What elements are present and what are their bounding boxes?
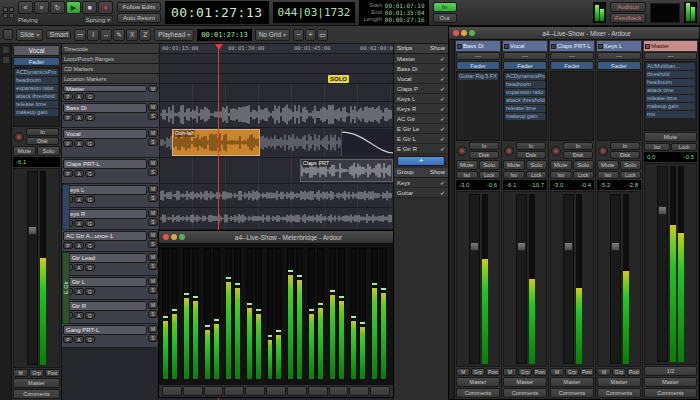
track-header[interactable]: E Gtr R P A G M S bbox=[62, 300, 160, 323]
disk-monitor-button[interactable]: Disk bbox=[563, 151, 593, 159]
processor-entry[interactable]: expansion ratio bbox=[15, 85, 58, 92]
processor-entry[interactable]: ACDynamicsPro bbox=[505, 73, 545, 80]
meter-track-button[interactable] bbox=[287, 386, 307, 396]
visible-checkbox[interactable]: ✓ bbox=[440, 135, 445, 142]
processor-box[interactable]: Guitar Rig 5 FX bbox=[456, 71, 500, 141]
goto-end-button[interactable]: » bbox=[34, 1, 49, 14]
window-controls[interactable] bbox=[163, 234, 185, 240]
visible-checkbox[interactable]: ✓ bbox=[440, 115, 445, 122]
track-name-button[interactable]: Keys L bbox=[63, 185, 147, 195]
input-button[interactable]: — bbox=[456, 52, 500, 60]
output-button[interactable]: Master bbox=[13, 378, 60, 388]
solo-iso-button[interactable]: Iso bbox=[503, 171, 525, 179]
post-button[interactable]: Post bbox=[45, 369, 60, 377]
gain-display[interactable]: -6.1 bbox=[13, 157, 60, 167]
mixer-titlebar[interactable]: a4--Live-Show - Mixer - Ardour bbox=[449, 27, 699, 40]
disk-monitor-button[interactable]: Disk bbox=[610, 151, 640, 159]
processor-entry[interactable]: release time bbox=[505, 105, 545, 112]
zoom-window-icon[interactable] bbox=[179, 234, 185, 240]
meter-track-button[interactable] bbox=[224, 386, 244, 396]
main-clock[interactable]: 00:01:27:13 bbox=[165, 1, 269, 24]
add-strip-button[interactable]: + bbox=[397, 156, 445, 166]
solo-lock-button[interactable]: Lock bbox=[479, 171, 501, 179]
fader-handle[interactable] bbox=[611, 242, 620, 251]
comments-button[interactable]: Comments bbox=[503, 388, 547, 398]
edit-mode-select[interactable]: Slide bbox=[16, 29, 43, 41]
fader-processor-button[interactable]: Fader bbox=[503, 61, 547, 70]
mouse-mode-icon[interactable]: ✎ bbox=[113, 29, 125, 41]
track-name-button[interactable]: Keys R bbox=[63, 209, 147, 219]
mute-button[interactable]: Mute bbox=[13, 146, 36, 156]
visible-checkbox[interactable]: ✓ bbox=[440, 179, 445, 186]
input-monitor-button[interactable]: In bbox=[610, 142, 640, 150]
solo-iso-button[interactable]: Iso bbox=[644, 143, 670, 151]
track-solo-button[interactable]: S bbox=[148, 194, 158, 202]
track-name-button[interactable]: Master bbox=[63, 85, 147, 92]
track-name-button[interactable]: AC Gtr A...unce-1 bbox=[63, 231, 147, 241]
track-solo-button[interactable]: S bbox=[148, 262, 158, 270]
visible-checkbox[interactable]: ✓ bbox=[440, 105, 445, 112]
punch-end-clock[interactable]: 00:01:35:04 bbox=[385, 9, 425, 16]
meterbridge-titlebar[interactable]: a4--Live-Show - Meterbridge - Ardour bbox=[159, 231, 393, 244]
comments-button[interactable]: Comments bbox=[456, 388, 500, 398]
processor-entry[interactable]: makeup gain bbox=[646, 103, 695, 110]
strip-list-item[interactable]: Bass Di ✓ bbox=[394, 64, 448, 74]
gain-display[interactable]: -6.1 -10.7 bbox=[503, 180, 547, 190]
strip-name-button[interactable]: Vocal bbox=[503, 41, 547, 51]
strip-list-item[interactable]: Vocal ✓ bbox=[394, 74, 448, 84]
group-button[interactable]: G bbox=[85, 264, 95, 271]
visible-checkbox[interactable]: ✓ bbox=[440, 65, 445, 72]
fader-processor-button[interactable]: Fader bbox=[13, 57, 60, 66]
processor-box[interactable] bbox=[597, 71, 641, 141]
track-header[interactable]: Gang PRT-L P A G M S bbox=[62, 324, 160, 347]
strip-name-button[interactable]: Claps PRT-L bbox=[550, 41, 594, 51]
disk-monitor-button[interactable]: Disk bbox=[26, 137, 59, 145]
grab-mode-select[interactable]: Sprung bbox=[83, 15, 113, 24]
zoom-out-button[interactable]: − bbox=[293, 29, 304, 41]
automation-button[interactable]: A bbox=[74, 196, 84, 203]
track-name-button[interactable]: E Gtr R bbox=[63, 301, 147, 311]
mute-button[interactable]: Mute bbox=[456, 160, 478, 170]
play-button[interactable]: ▶ bbox=[66, 1, 81, 14]
group-button[interactable]: Grp bbox=[612, 368, 626, 376]
input-monitor-button[interactable]: In bbox=[469, 142, 499, 150]
automation-button[interactable]: A bbox=[74, 312, 84, 319]
mouse-mode-icon[interactable]: ▭ bbox=[74, 29, 86, 41]
record-enable-button[interactable] bbox=[598, 146, 608, 156]
solo-button[interactable]: Solo bbox=[526, 160, 548, 170]
track-name-button[interactable]: Gang PRT-L bbox=[63, 325, 147, 335]
feedback-button[interactable]: Feedback bbox=[610, 13, 646, 23]
input-button[interactable]: — bbox=[597, 52, 641, 60]
track-mute-button[interactable]: M bbox=[148, 103, 158, 111]
track-header[interactable]: Bass Di P A G M S bbox=[62, 102, 160, 127]
strip-list-item[interactable]: E Gtr Le ✓ bbox=[394, 124, 448, 134]
mouse-mode-icon[interactable]: Z bbox=[139, 29, 151, 41]
meter-track-button[interactable] bbox=[370, 386, 390, 396]
stop-button[interactable]: ■ bbox=[82, 1, 97, 14]
input-button[interactable]: — bbox=[550, 52, 594, 60]
fader-processor-button[interactable]: Fader bbox=[597, 61, 641, 70]
post-button[interactable]: Post bbox=[533, 368, 547, 376]
group-button[interactable]: Grp bbox=[518, 368, 532, 376]
playhead-select[interactable]: Playhead bbox=[154, 29, 194, 41]
record-enable-button[interactable] bbox=[551, 146, 561, 156]
playlist-button[interactable]: P bbox=[63, 242, 73, 249]
track-mute-button[interactable]: M bbox=[148, 85, 158, 92]
track-header[interactable]: Keys L P A G M S bbox=[62, 184, 160, 207]
location-markers-ruler[interactable]: SOLO bbox=[160, 74, 393, 83]
processor-entry[interactable]: ACDynamicsPro bbox=[15, 69, 58, 76]
metering-point-button[interactable]: M bbox=[13, 369, 28, 377]
input-button[interactable]: — bbox=[503, 52, 547, 60]
loop-button[interactable]: ↻ bbox=[50, 1, 65, 14]
mouse-mode-icon[interactable]: I bbox=[87, 29, 99, 41]
output-button[interactable]: Master bbox=[597, 377, 641, 387]
record-enable-button[interactable] bbox=[457, 146, 467, 156]
gain-fader[interactable] bbox=[563, 194, 574, 364]
processor-entry[interactable]: expansion ratio bbox=[505, 89, 545, 96]
group-button[interactable]: G bbox=[85, 114, 95, 121]
track-mute-button[interactable]: M bbox=[148, 159, 158, 167]
mute-button[interactable]: Mute bbox=[503, 160, 525, 170]
track-mute-button[interactable]: M bbox=[148, 325, 158, 333]
track-mute-button[interactable]: M bbox=[148, 277, 158, 285]
ruler-label-location-markers[interactable]: Location Markers bbox=[62, 74, 160, 83]
